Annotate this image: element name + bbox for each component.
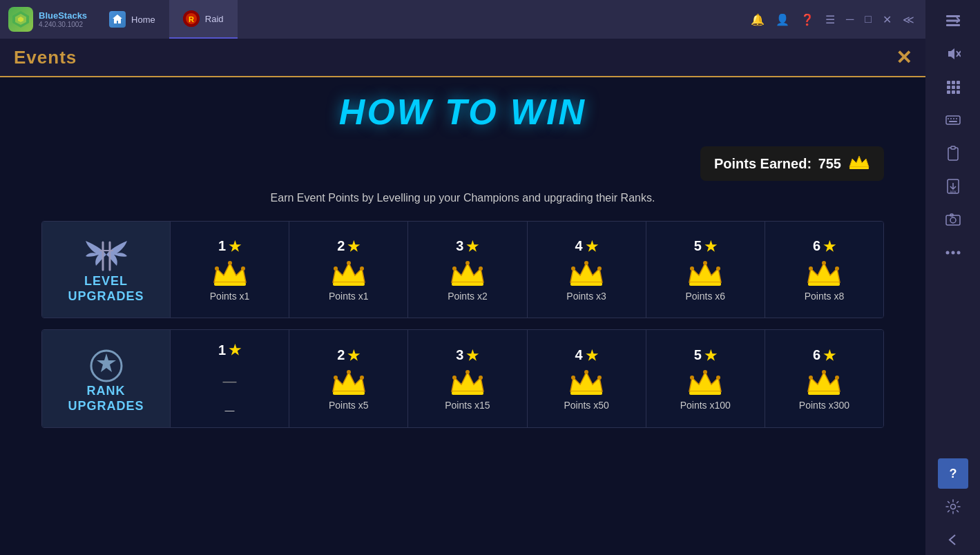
crown-icon-5 xyxy=(686,259,724,286)
svg-rect-47 xyxy=(214,282,246,286)
rank-points-4: Points x50 xyxy=(564,400,608,411)
svg-rect-79 xyxy=(333,391,365,395)
svg-rect-20 xyxy=(957,90,960,94)
svg-point-100 xyxy=(809,376,813,380)
svg-point-70 xyxy=(716,266,720,271)
svg-marker-61 xyxy=(570,263,602,282)
help-icon[interactable]: ❓ xyxy=(800,13,814,26)
rank-points-1: — xyxy=(225,405,235,416)
events-close-btn[interactable]: ✕ xyxy=(896,46,912,69)
rank-col-5: 5 ★ Points x100 xyxy=(646,330,765,427)
rank-upgrades-icon xyxy=(86,344,127,384)
rank-col-1: 1 ★ — — xyxy=(171,330,289,427)
sidebar-screenshot-btn[interactable] xyxy=(938,204,968,235)
sidebar-settings-btn[interactable] xyxy=(938,491,968,522)
svg-point-48 xyxy=(215,266,219,271)
svg-point-58 xyxy=(452,266,457,271)
points-crown-icon xyxy=(848,153,870,174)
svg-rect-13 xyxy=(952,81,955,84)
svg-rect-62 xyxy=(570,282,602,286)
svg-rect-89 xyxy=(570,391,602,395)
svg-marker-56 xyxy=(452,263,483,282)
svg-rect-12 xyxy=(947,81,950,84)
svg-marker-78 xyxy=(333,372,365,391)
window-close-icon[interactable]: ✕ xyxy=(883,13,892,26)
home-tab-icon xyxy=(109,11,126,28)
star-1: ★ xyxy=(229,238,241,255)
svg-marker-71 xyxy=(808,263,840,282)
svg-rect-32 xyxy=(946,215,960,225)
level-points-5: Points x6 xyxy=(685,291,725,302)
minimize-icon[interactable]: ─ xyxy=(846,13,854,26)
rank-star-1: ★ xyxy=(229,342,241,358)
sidebar-apk-btn[interactable]: APK xyxy=(938,171,968,202)
svg-point-63 xyxy=(571,266,575,271)
level-points-4: Points x3 xyxy=(566,291,606,302)
sidebar-back-btn[interactable] xyxy=(938,525,968,555)
sidebar-keyboard-btn[interactable] xyxy=(938,105,968,135)
svg-marker-83 xyxy=(452,372,483,391)
menu-icon[interactable]: ☰ xyxy=(825,13,835,26)
rank-col-2: 2 ★ Points x5 xyxy=(289,330,408,427)
star-header-1: 1 ★ xyxy=(218,238,241,255)
level-col-1: 1 ★ Points x1 xyxy=(171,222,289,318)
rank-star-6: ★ xyxy=(823,347,836,364)
star-header-3: 3 ★ xyxy=(456,238,479,255)
bell-icon[interactable]: 🔔 xyxy=(751,13,765,26)
bs-name: BlueStacks xyxy=(39,10,87,21)
svg-point-64 xyxy=(584,261,588,265)
rank-upgrades-text: RANKUPGRADES xyxy=(68,384,144,413)
svg-point-97 xyxy=(716,376,720,380)
svg-point-69 xyxy=(703,261,707,265)
svg-marker-93 xyxy=(689,372,721,391)
svg-point-33 xyxy=(950,217,956,223)
svg-rect-52 xyxy=(333,282,365,286)
points-earned-label: Points Earned: 755 xyxy=(714,156,841,172)
sidebar-dotgrid-btn[interactable] xyxy=(938,72,968,102)
svg-rect-28 xyxy=(951,146,955,149)
star-4: ★ xyxy=(586,238,598,255)
svg-point-49 xyxy=(228,261,232,265)
rank-crown-icon-5 xyxy=(686,368,724,396)
sidebar-help-btn[interactable]: ? xyxy=(938,458,968,489)
svg-point-74 xyxy=(822,261,826,265)
svg-rect-21 xyxy=(946,116,960,124)
description-text: Earn Event Points by Levelling up your C… xyxy=(41,192,884,204)
events-header: Events ✕ xyxy=(0,39,925,77)
svg-point-68 xyxy=(690,266,694,271)
rank-star-header-5: 5 ★ xyxy=(694,347,717,364)
svg-marker-46 xyxy=(214,263,246,282)
sidebar-expand-btn[interactable] xyxy=(938,6,968,36)
svg-point-80 xyxy=(334,376,338,380)
sidebar-mute-btn[interactable] xyxy=(938,39,968,69)
chevron-left-icon[interactable]: ≪ xyxy=(903,13,914,26)
rank-upgrades-row: RANKUPGRADES 1 ★ — — xyxy=(42,330,883,427)
tab-raid[interactable]: R Raid xyxy=(169,0,238,39)
rank-upgrades-cells: 1 ★ — — 2 ★ xyxy=(171,330,883,427)
bs-version: 4.240.30.1002 xyxy=(39,21,87,28)
level-points-3: Points x2 xyxy=(448,291,488,302)
sidebar-clipboard-btn[interactable] xyxy=(938,138,968,168)
tab-home[interactable]: Home xyxy=(95,0,169,39)
topbar-actions: 🔔 👤 ❓ ☰ ─ □ ✕ ≪ xyxy=(751,13,925,26)
svg-point-95 xyxy=(690,376,694,380)
rank-star-header-1: 1 ★ xyxy=(218,342,241,358)
svg-rect-19 xyxy=(952,90,955,94)
raid-tab-icon: R xyxy=(183,10,200,27)
sidebar-more-btn[interactable] xyxy=(938,237,968,268)
rank-crown-icon-2 xyxy=(330,368,367,396)
star-header-2: 2 ★ xyxy=(337,238,360,255)
right-sidebar: APK ? xyxy=(925,0,980,555)
user-icon[interactable]: 👤 xyxy=(776,13,789,26)
svg-rect-57 xyxy=(452,282,483,286)
svg-marker-51 xyxy=(333,263,365,282)
rank-crown-icon-4 xyxy=(568,368,605,396)
how-to-win-container: HOW TO WIN Points Earned: 755 Earn Event… xyxy=(0,77,925,453)
rank-col-4: 4 ★ Points x50 xyxy=(528,330,646,427)
star-2: ★ xyxy=(347,238,360,255)
svg-point-91 xyxy=(584,370,588,374)
maximize-icon[interactable]: □ xyxy=(865,13,872,26)
svg-rect-14 xyxy=(957,81,960,84)
svg-point-102 xyxy=(835,376,839,380)
star-header-4: 4 ★ xyxy=(575,238,598,255)
